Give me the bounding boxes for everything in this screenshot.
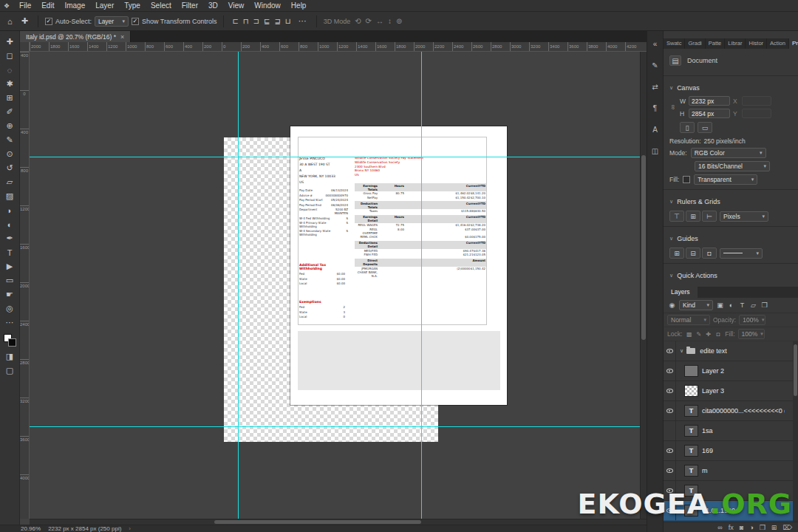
hand-tool[interactable]: ☛ [0,287,20,301]
lock-guides-icon[interactable]: ◘ [702,248,717,259]
menu-item[interactable]: Edit [36,0,59,11]
document-tab[interactable]: Italy id.psd @ 20.7% (RGB/16) * × [20,31,131,42]
align-middle-icon[interactable]: ⊒ [273,16,282,26]
layer-name[interactable]: edite text [700,347,727,355]
layers-scrollbar[interactable] [793,341,798,522]
color-swatches[interactable] [4,334,16,347]
quick-selection-tool[interactable]: ✱ [0,77,20,91]
dodge-tool[interactable]: ◐ [0,217,20,231]
shape-tool[interactable]: ▭ [0,273,20,287]
menu-item[interactable]: Help [286,0,312,11]
panel-tab[interactable]: Patte [706,38,726,49]
rulers-grids-section-header[interactable]: ∨ Rulers & Grids [669,194,792,208]
auto-select-target-select[interactable]: Layer [95,16,129,27]
layer-thumbnail[interactable] [685,446,698,456]
units-select[interactable]: Pixels [720,211,768,222]
show-transform-controls-checkbox[interactable] [132,18,139,25]
zoom-tool[interactable]: ◎ [0,301,20,316]
vertical-guide[interactable] [238,52,239,519]
adjustment-layer-icon[interactable]: ◑ [749,522,753,532]
guide-style-select[interactable] [720,248,763,259]
portrait-orientation-icon[interactable]: ▯ [680,122,695,133]
layer-name[interactable]: 169 [702,447,713,454]
align-right-icon[interactable]: ⊐ [252,16,261,26]
layer-row[interactable]: 169 [664,441,798,461]
eyedropper-tool[interactable]: ✐ [0,105,20,119]
new-group-icon[interactable]: ❒ [760,522,765,532]
status-options-arrow-icon[interactable]: › [129,525,131,532]
panel-tab[interactable]: Gradi [685,38,705,49]
layer-visibility-toggle[interactable] [664,401,676,420]
canvas-section-header[interactable]: ∨ Canvas [669,81,792,95]
quick-actions-section-header[interactable]: ∨ Quick Actions [669,268,792,282]
layer-name[interactable]: Layer 3 [702,387,724,395]
lock-transparency-icon[interactable]: ▩ [685,331,693,338]
3d-scale-icon[interactable]: ⊚ [395,16,403,26]
3d-rotate-icon[interactable]: ⟲ [353,16,362,26]
layer-name[interactable]: cita0000000...<<<<<<<<<0 d [702,407,785,415]
align-bottom-icon[interactable]: ⊔ [284,16,293,26]
3d-pan-icon[interactable]: ↔ [375,16,385,26]
layer-effects-icon[interactable]: fx [729,522,734,532]
bit-depth-select[interactable]: 16 Bits/Channel [695,161,770,171]
clone-stamp-tool[interactable]: ⊙ [0,147,20,161]
horizontal-guide[interactable] [30,426,640,427]
link-layers-icon[interactable]: ∞ [717,522,722,532]
lasso-tool[interactable]: ◌ [0,63,20,77]
paragraph-panel-icon[interactable]: ¶ [649,103,661,113]
link-dimensions-icon[interactable]: ∞ [669,103,677,111]
crop-tool[interactable]: ⊞ [0,91,20,105]
3d-slide-icon[interactable]: ↕ [386,16,393,26]
edit-toolbar-icon[interactable]: ⋯ [0,316,20,330]
move-tool[interactable]: ✚ [0,35,20,49]
zoom-level[interactable]: 20.96% [21,525,41,532]
align-left-icon[interactable]: ⊏ [231,16,239,26]
panel-tab[interactable]: Swatc [664,38,685,49]
new-guide-layout-icon[interactable]: ⊞ [669,248,684,259]
opacity-select[interactable]: 100% [739,315,765,325]
scrollbar-thumb[interactable] [214,520,421,524]
new-layer-icon[interactable]: ⊞ [771,522,777,532]
layer-thumbnail[interactable] [685,386,698,396]
panel-tab[interactable]: Librar [725,38,746,49]
layer-visibility-toggle[interactable] [664,441,676,460]
layer-name[interactable]: 1sa [702,427,713,434]
filter-type-icon[interactable]: ◉ [667,301,677,309]
layer-row[interactable]: edite text [664,341,798,361]
align-top-icon[interactable]: ⊑ [262,16,271,26]
layer-name[interactable]: m [702,467,708,474]
menu-item[interactable]: Type [119,0,146,11]
snap-icon[interactable]: ⊢ [702,211,717,222]
add-layer-mask-icon[interactable]: ◙ [740,522,743,532]
layer-name[interactable]: Layer 2 [702,367,724,375]
lock-all-icon[interactable]: ◘ [714,331,722,338]
menu-item[interactable]: File [14,0,36,11]
horizontal-guide[interactable] [30,157,640,157]
layer-thumbnail[interactable] [685,466,698,476]
menu-item[interactable]: 3D [203,0,223,11]
filter-kind-select[interactable]: Kind [679,300,713,310]
panel-tab[interactable]: Histor [746,38,767,49]
eraser-tool[interactable]: ▱ [0,175,20,189]
layer-visibility-toggle[interactable] [664,381,676,400]
canvas[interactable]: JESSE PINCUCO30 A WEST 190 STANEW YORK, … [30,52,640,519]
delete-layer-icon[interactable]: ⌦ [782,522,792,532]
healing-brush-tool[interactable]: ⊕ [0,119,20,133]
home-icon[interactable]: ⌂ [4,16,16,27]
layer-thumbnail[interactable] [685,366,698,376]
vertical-guide[interactable] [421,52,422,519]
glyphs-panel-icon[interactable]: ◫ [649,146,661,156]
toggle-grid-icon[interactable]: ⊞ [686,211,700,222]
quick-mask-icon[interactable]: ◨ [0,349,20,364]
layer-row[interactable]: Layer 3 [664,381,798,401]
brush-settings-panel-icon[interactable]: ✎ [649,60,661,70]
move-tool-preset-icon[interactable]: ✚ [18,16,31,27]
collapse-panels-icon[interactable]: « [649,38,661,49]
toggle-rulers-icon[interactable]: ⊤ [669,211,684,222]
layer-fill-select[interactable]: 100% [738,329,765,339]
color-mode-select[interactable]: RGB Color [691,148,766,158]
ruler-origin[interactable] [20,42,30,52]
layer-thumbnail[interactable] [685,426,698,436]
fill-checkbox[interactable] [683,176,690,183]
path-selection-tool[interactable]: ▶ [0,259,20,273]
